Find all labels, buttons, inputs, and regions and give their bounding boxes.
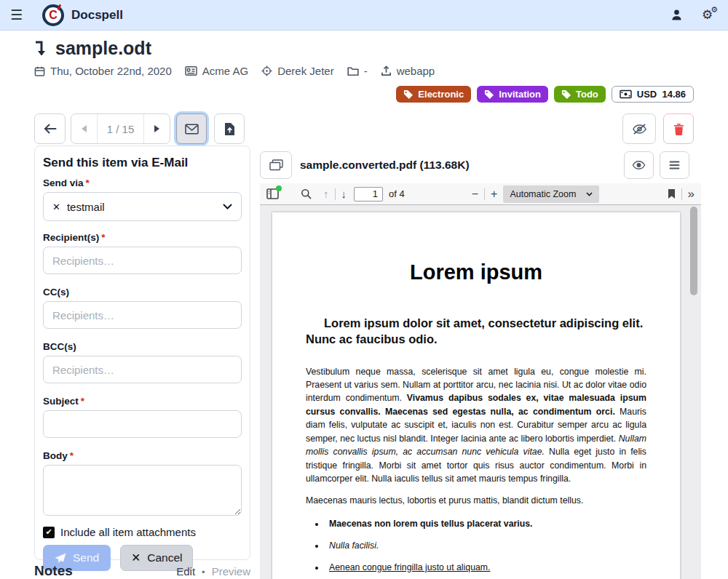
prev-page-button[interactable] (71, 114, 98, 143)
item-toolbar: 1 / 15 (34, 113, 694, 144)
money-bill-icon (620, 89, 632, 99)
pdf-page-count: of 4 (389, 188, 405, 199)
chevron-down-icon (586, 192, 593, 196)
brand-title: Docspell (71, 8, 123, 23)
attachment-pager: 1 / 15 (71, 113, 170, 144)
item-source: webapp (381, 65, 435, 77)
pdf-zoom-out-icon[interactable]: − (472, 188, 478, 200)
item-date: Thu, October 22nd, 2020 (34, 65, 172, 77)
attachment-view-button[interactable] (624, 151, 654, 179)
send-via-value: testmail (67, 201, 105, 213)
notes-heading: Notes (34, 563, 73, 579)
user-icon[interactable] (670, 9, 683, 21)
upload-icon (381, 65, 392, 76)
envelope-icon (185, 124, 199, 135)
subject-label: Subject* (43, 396, 242, 407)
chevron-down-icon (223, 204, 232, 209)
trash-icon (673, 123, 684, 135)
pdf-prev-page-icon[interactable]: ↑ (323, 188, 329, 199)
attachment-thumbnails-button[interactable] (260, 151, 292, 179)
eye-slash-icon (632, 123, 647, 135)
item-folder: - (347, 65, 368, 77)
pdf-next-page-icon[interactable]: ↓ (341, 188, 347, 199)
subject-input[interactable] (43, 410, 242, 438)
crosshairs-icon (261, 65, 272, 76)
tag-todo[interactable]: Todo (554, 86, 606, 103)
pdf-zoom-in-icon[interactable]: + (491, 188, 497, 200)
item-correspondent: Acme AG (185, 65, 248, 77)
folder-icon (347, 66, 359, 76)
settings-cogs-icon[interactable]: ⚙⚙ (702, 8, 718, 23)
body-textarea[interactable] (43, 465, 242, 516)
attachments-checkbox-row[interactable]: ✔ Include all item attachments (43, 526, 242, 538)
document-title: Lorem ipsum (306, 260, 646, 284)
attachments-checkbox-label: Include all item attachments (60, 526, 196, 538)
send-mail-button[interactable] (176, 113, 207, 144)
back-button[interactable] (34, 113, 66, 144)
send-mail-panel: Send this item via E-Mail Send via* ✕ te… (34, 145, 250, 560)
tag-icon (561, 89, 571, 99)
cc-input[interactable] (43, 301, 242, 329)
level-down-icon (34, 40, 47, 57)
pdf-zoom-select[interactable]: Automatic Zoom (503, 185, 599, 203)
docspell-logo: C (42, 4, 64, 26)
pdf-search-icon[interactable] (301, 188, 312, 199)
tag-icon (403, 89, 413, 99)
item-metadata-row: Thu, October 22nd, 2020 Acme AG Derek Je… (34, 65, 435, 77)
pdf-scrollbar-thumb[interactable] (690, 207, 697, 295)
pdf-content-area[interactable]: Lorem ipsum Lorem ipsum dolor sit amet, … (260, 205, 701, 579)
separator-dot: • (202, 567, 205, 578)
bcc-label: BCC(s) (43, 341, 242, 352)
eye-icon (632, 160, 646, 170)
page-indicator: 1 / 15 (98, 114, 143, 143)
clear-selection-icon[interactable]: ✕ (52, 201, 60, 212)
notes-preview-link[interactable]: Preview (212, 565, 250, 578)
top-navbar: ☰ C Docspell ⚙⚙ (0, 0, 728, 31)
checkbox-checked-icon[interactable]: ✔ (43, 527, 55, 538)
tag-electronic[interactable]: Electronic (396, 86, 471, 103)
send-via-select[interactable]: ✕ testmail (43, 192, 242, 221)
amount-badge[interactable]: USD 14.86 (612, 86, 694, 103)
document-bullet-list: Maecenas non lorem quis tellus placerat … (306, 518, 646, 579)
pdf-sidebar-toggle-icon[interactable] (266, 188, 279, 199)
pdf-more-tools-icon[interactable]: » (688, 187, 695, 201)
send-via-label: Send via* (43, 177, 242, 188)
mail-form-heading: Send this item via E-Mail (43, 156, 242, 170)
arrow-left-icon (44, 124, 57, 134)
item-concerning-person: Derek Jeter (261, 65, 334, 77)
bcc-input[interactable] (43, 356, 242, 383)
list-item: Maecenas non lorem quis tellus placerat … (325, 518, 646, 531)
item-title-row: sample.odt (34, 38, 151, 59)
list-item: Aenean congue fringilla justo ut aliquam… (325, 562, 646, 575)
recipients-label: Recipient(s)* (43, 232, 242, 243)
delete-button[interactable] (663, 113, 694, 144)
tag-invitation[interactable]: Invitation (477, 86, 548, 103)
tag-icon (484, 89, 494, 99)
hamburger-menu-icon[interactable]: ☰ (10, 7, 23, 23)
add-file-button[interactable] (214, 113, 245, 144)
paper-plane-icon (55, 553, 66, 564)
tags-row: Electronic Invitation Todo USD 14.86 (396, 86, 694, 103)
sidebar-notification-dot (276, 185, 282, 191)
file-upload-icon (224, 122, 235, 136)
pdf-bookmark-icon[interactable] (668, 188, 676, 199)
notes-section: Notes Edit • Preview (34, 563, 250, 579)
body-label: Body* (43, 450, 242, 461)
attachment-header: sample.converted.pdf (113.68K) (260, 151, 701, 180)
recipients-input[interactable] (43, 247, 242, 274)
pdf-page-input[interactable] (354, 187, 383, 201)
cc-label: CC(s) (43, 287, 242, 298)
images-icon (269, 159, 283, 171)
chevron-left-icon (82, 125, 87, 132)
unconfirm-button[interactable] (622, 113, 656, 144)
bars-icon (669, 161, 680, 169)
address-card-icon (185, 65, 197, 76)
attachment-name: sample.converted.pdf (113.68K) (300, 159, 470, 172)
chevron-right-icon (154, 125, 159, 132)
list-item: Nulla facilisi. (325, 540, 646, 553)
pdf-page: Lorem ipsum Lorem ipsum dolor sit amet, … (272, 212, 680, 579)
item-name: sample.odt (55, 38, 151, 59)
next-page-button[interactable] (143, 114, 170, 143)
attachment-menu-button[interactable] (660, 151, 689, 179)
notes-edit-link[interactable]: Edit (176, 565, 195, 578)
